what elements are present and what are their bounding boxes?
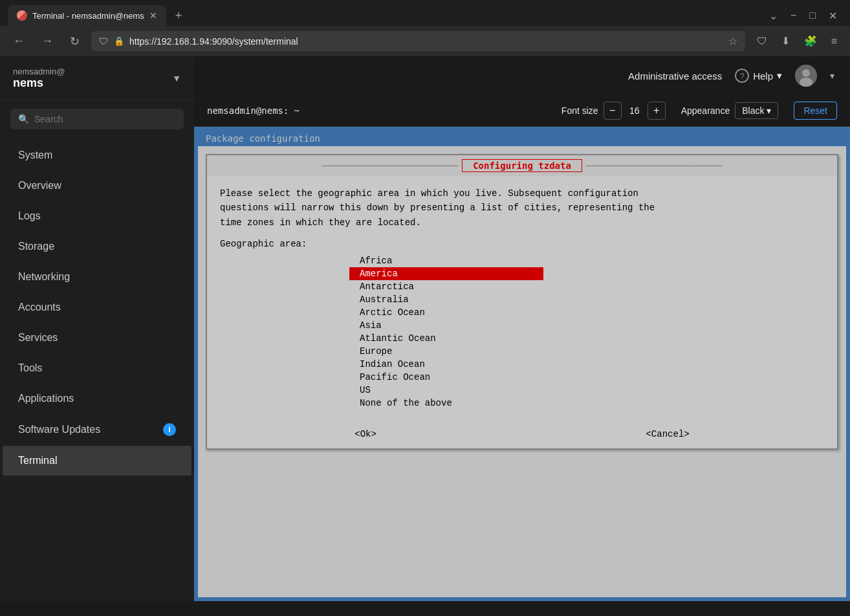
sidebar-item-logs[interactable]: Logs [3, 201, 191, 231]
user-dropdown-icon[interactable]: ▾ [830, 71, 834, 81]
avatar[interactable] [795, 65, 817, 87]
geo-item-america[interactable]: America [349, 267, 543, 280]
help-icon: ? [735, 69, 749, 83]
cancel-button[interactable]: <Cancel> [646, 429, 689, 439]
shield-icon: 🛡 [99, 36, 109, 47]
geo-item-none-above[interactable]: None of the above [349, 397, 543, 410]
lock-icon: 🔒 [114, 36, 124, 46]
terminal-body: Package configuration ──────────────────… [194, 127, 850, 601]
app-container: nemsadmin@ nems ▼ 🔍 System Overview Logs… [0, 56, 850, 601]
dialog-content: Please select the geographic area in whi… [207, 176, 837, 420]
tab-title: Terminal - nemsadmin@nems [32, 11, 144, 21]
username-top: nemsadmin@ [13, 67, 65, 76]
search-input[interactable] [34, 114, 176, 124]
sidebar-item-services[interactable]: Services [3, 323, 191, 353]
geo-item-atlantic-ocean[interactable]: Atlantic Ocean [349, 332, 543, 345]
admin-access-label: Administrative access [628, 71, 722, 82]
software-updates-label: Software Updates [18, 424, 100, 435]
font-size-value: 16 [627, 105, 642, 116]
main-content: Administrative access ? Help ▾ ▾ nemsadm… [194, 56, 850, 601]
window-controls: ⌄ − □ ✕ [764, 7, 842, 25]
geo-item-asia[interactable]: Asia [349, 319, 543, 332]
terminal-inner: Package configuration ──────────────────… [198, 131, 846, 597]
dialog-title: Configuring tzdata [462, 159, 582, 172]
reset-button[interactable]: Reset [794, 102, 837, 120]
maximize-button[interactable]: □ [804, 7, 821, 25]
sidebar-item-applications[interactable]: Applications [3, 384, 191, 413]
sidebar-item-storage[interactable]: Storage [3, 232, 191, 261]
font-increase-button[interactable]: + [648, 102, 666, 120]
terminal-path: nemsadmin@nems: ~ [207, 105, 300, 116]
sidebar-header: nemsadmin@ nems ▼ [0, 56, 194, 101]
font-decrease-button[interactable]: − [604, 102, 622, 120]
sidebar-user-chevron[interactable]: ▼ [172, 73, 181, 83]
browser-chrome: Terminal - nemsadmin@nems ✕ + ⌄ − □ ✕ ← … [0, 0, 850, 56]
sidebar-search: 🔍 [0, 101, 194, 137]
sidebar-item-overview[interactable]: Overview [3, 171, 191, 201]
dialog-title-bar: ───────────────────────── Configuring tz… [207, 155, 837, 176]
nav-bar: ← → ↻ 🛡 🔒 ☆ 🛡 ⬇ 🧩 ≡ [0, 26, 850, 56]
new-tab-button[interactable]: + [169, 6, 189, 25]
sidebar-item-accounts[interactable]: Accounts [3, 292, 191, 322]
sidebar-item-terminal[interactable]: Terminal [3, 446, 191, 476]
geo-item-pacific-ocean[interactable]: Pacific Ocean [349, 371, 543, 384]
address-bar[interactable]: 🛡 🔒 ☆ [91, 31, 745, 51]
menu-button[interactable]: ≡ [826, 32, 842, 50]
geo-item-europe[interactable]: Europe [349, 345, 543, 358]
svg-point-1 [802, 69, 810, 77]
help-button[interactable]: ? Help ▾ [735, 69, 782, 83]
sidebar: nemsadmin@ nems ▼ 🔍 System Overview Logs… [0, 56, 194, 601]
pkg-config-title: Package configuration [198, 131, 846, 146]
main-header: Administrative access ? Help ▾ ▾ [194, 56, 850, 95]
appearance-value: Black [742, 105, 764, 116]
shield-action-button[interactable]: 🛡 [752, 32, 772, 50]
forward-button[interactable]: → [36, 32, 58, 50]
geo-list: Africa America Antarctica Australia Arct… [349, 254, 543, 410]
window-dropdown-button[interactable]: ⌄ [764, 7, 783, 25]
sidebar-item-networking[interactable]: Networking [3, 262, 191, 292]
geo-item-antarctica[interactable]: Antarctica [349, 280, 543, 293]
username-bold: nems [13, 76, 65, 90]
geo-item-us[interactable]: US [349, 384, 543, 397]
url-input[interactable] [129, 36, 723, 47]
sidebar-item-tools[interactable]: Tools [3, 353, 191, 383]
geo-item-australia[interactable]: Australia [349, 293, 543, 306]
sidebar-item-software-updates[interactable]: Software Updates i [3, 414, 191, 445]
dialog-buttons: <Ok> <Cancel> [207, 420, 837, 448]
sidebar-nav: System Overview Logs Storage Networking … [0, 137, 194, 601]
search-icon: 🔍 [18, 114, 29, 124]
tab-favicon [17, 10, 27, 21]
search-box[interactable]: 🔍 [10, 109, 184, 129]
appearance-label: Appearance [681, 105, 730, 116]
geo-item-arctic-ocean[interactable]: Arctic Ocean [349, 306, 543, 319]
help-dropdown-icon: ▾ [777, 70, 782, 82]
sidebar-item-system[interactable]: System [3, 140, 191, 170]
bookmark-icon[interactable]: ☆ [728, 35, 737, 47]
geo-item-indian-ocean[interactable]: Indian Ocean [349, 358, 543, 371]
terminal-wrapper: nemsadmin@nems: ~ Font size − 16 + Appea… [194, 95, 850, 601]
reload-button[interactable]: ↻ [65, 32, 85, 51]
geo-item-africa[interactable]: Africa [349, 254, 543, 267]
ok-button[interactable]: <Ok> [354, 429, 376, 439]
download-button[interactable]: ⬇ [776, 32, 795, 50]
font-size-label: Font size [561, 105, 598, 116]
appearance-control: Appearance Black ▾ [681, 102, 779, 119]
dialog-box: ───────────────────────── Configuring tz… [206, 154, 838, 450]
font-size-control: Font size − 16 + [561, 102, 666, 120]
avatar-icon [795, 65, 817, 87]
minimize-button[interactable]: − [785, 7, 801, 25]
sidebar-user: nemsadmin@ nems [13, 67, 65, 90]
tab-bar: Terminal - nemsadmin@nems ✕ + ⌄ − □ ✕ [0, 0, 850, 26]
extensions-button[interactable]: 🧩 [799, 32, 822, 50]
dialog-title-decoration: ───────────────────────── Configuring tz… [321, 159, 722, 172]
tab-close-button[interactable]: ✕ [149, 10, 157, 21]
dialog-description: Please select the geographic area in whi… [220, 186, 824, 230]
svg-point-2 [800, 78, 812, 87]
active-tab[interactable]: Terminal - nemsadmin@nems ✕ [8, 5, 166, 26]
back-button[interactable]: ← [8, 32, 30, 50]
appearance-dropdown-button[interactable]: Black ▾ [735, 102, 778, 119]
geo-area-label: Geographic area: [220, 239, 824, 249]
help-label: Help [753, 71, 773, 82]
close-window-button[interactable]: ✕ [823, 7, 842, 25]
software-updates-badge: i [163, 423, 176, 436]
